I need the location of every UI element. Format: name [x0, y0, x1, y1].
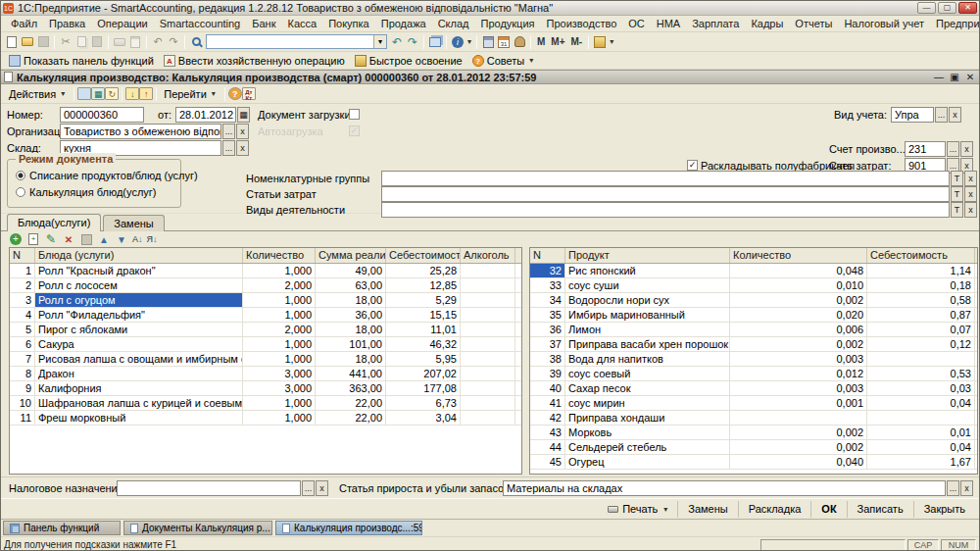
table-cell[interactable]: Ролл с огурцом	[35, 293, 243, 307]
table-cell[interactable]: 35	[530, 308, 565, 322]
table-cell[interactable]: 37	[530, 337, 565, 351]
menu-item[interactable]: Зарплата	[686, 18, 745, 29]
table-row[interactable]: 4Ролл "Филадельфия"1,00036,0015,15	[10, 308, 521, 323]
table-row[interactable]: 6Сакура1,000101,0046,32	[10, 337, 521, 352]
table-cell[interactable]: 0,03	[867, 381, 975, 395]
menu-item[interactable]: Отчеты	[789, 18, 838, 29]
mode-option-calculation[interactable]: Калькуляция блюд(услуг)	[16, 186, 157, 198]
table-row[interactable]: 39соус соевый0,0120,53	[530, 367, 977, 381]
table-cell[interactable]: 33	[530, 278, 565, 292]
unfold-semifinished-checkbox[interactable]	[687, 160, 698, 171]
date-calendar-button[interactable]: ▦	[237, 107, 250, 123]
table-cell[interactable]: 15,15	[386, 308, 461, 322]
table-cell[interactable]: 8	[10, 367, 35, 380]
table-row[interactable]: 40Сахар песок0,0030,03	[530, 381, 977, 396]
table-cell[interactable]: 177,08	[386, 381, 461, 395]
table-row[interactable]: 36Лимон0,0060,07	[530, 323, 977, 337]
table-cell[interactable]: 22,00	[316, 396, 386, 410]
delete-row-button[interactable]: ✕	[62, 233, 75, 246]
table-cell[interactable]: Сельдерей стебель	[565, 440, 730, 454]
add-copy-row-button[interactable]: +	[26, 233, 40, 246]
taskbar-current-document[interactable]: Калькуляция производс...:59	[275, 521, 422, 535]
table-cell[interactable]: 3	[10, 293, 35, 307]
table-row[interactable]: 33соус суши0,0100,18	[530, 278, 977, 293]
table-cell[interactable]	[461, 352, 515, 366]
menu-item[interactable]: Продажа	[375, 18, 432, 29]
table-cell[interactable]: 1,000	[243, 352, 316, 366]
table-cell[interactable]: 0,18	[867, 278, 975, 292]
memory-subtract-button[interactable]: M-	[568, 36, 586, 47]
quick-learning-button[interactable]: Быстрое освоение	[350, 53, 467, 69]
redo-button[interactable]: ↷	[166, 34, 181, 50]
table-cell[interactable]: 7	[10, 352, 35, 366]
menu-item[interactable]: Кадры	[745, 18, 789, 29]
table-row[interactable]: 42Приправа хондаши	[530, 411, 977, 426]
table-row[interactable]: 41соус мирин0,0010,04	[530, 396, 977, 411]
cost-items-type-button[interactable]: Т	[951, 186, 963, 202]
memory-read-button[interactable]: M	[534, 36, 548, 47]
reread-button[interactable]: ↻	[105, 87, 119, 100]
move-row-down-button[interactable]: ▼	[115, 233, 128, 246]
table-row[interactable]: 11Фреш морковный1,00022,003,04	[10, 411, 521, 426]
table-cell[interactable]: 1,000	[243, 411, 316, 425]
table-cell[interactable]: 2,000	[243, 323, 316, 336]
cut-button[interactable]: ✂	[58, 34, 74, 50]
products-table[interactable]: NПродуктКоличествоСебестоимость32Рис япо…	[529, 247, 978, 475]
menu-item[interactable]: Склад	[432, 18, 475, 29]
number-field[interactable]: 000000360	[60, 107, 144, 123]
table-cell[interactable]: 0,12	[867, 337, 975, 351]
table-cell[interactable]: 46,32	[386, 337, 461, 351]
mode-option-writeoff[interactable]: Списание продуктов/блюд (услуг)	[16, 170, 198, 181]
table-cell[interactable]: соус соевый	[565, 367, 730, 380]
table-cell[interactable]: 0,04	[867, 396, 975, 410]
table-row[interactable]: 38Вода для напитков0,003	[530, 352, 977, 367]
table-cell[interactable]: 0,58	[867, 293, 975, 307]
table-cell[interactable]: Пирог с яблоками	[35, 323, 243, 336]
footer-button[interactable]: ОК	[810, 501, 846, 518]
table-cell[interactable]: 18,00	[316, 293, 386, 307]
goto-menu-button[interactable]: Перейти ▾	[160, 88, 221, 100]
table-cell[interactable]: 0,012	[730, 367, 867, 380]
table-cell[interactable]: 39	[530, 367, 565, 380]
move-row-up-button[interactable]: ▲	[97, 233, 111, 246]
menu-item[interactable]: Продукция	[474, 18, 540, 29]
table-cell[interactable]: 38	[530, 352, 565, 366]
menu-item[interactable]: Производство	[541, 18, 623, 29]
table-cell[interactable]: 441,00	[316, 367, 386, 380]
table-cell[interactable]: 101,00	[316, 337, 386, 351]
table-row[interactable]: 45Огурец0,0401,67	[530, 455, 977, 470]
table-cell[interactable]	[461, 323, 515, 336]
table-cell[interactable]: 6,73	[386, 396, 461, 410]
table-cell[interactable]: Вода для напитков	[565, 352, 730, 366]
table-cell[interactable]: 42	[530, 411, 565, 425]
table-row[interactable]: 35Имбирь маринованный0,0200,87	[530, 308, 977, 323]
table-cell[interactable]: Сахар песок	[565, 381, 730, 395]
doc-close-button[interactable]: ✕	[964, 72, 976, 82]
table-cell[interactable]: 2	[10, 278, 35, 292]
table-cell[interactable]: 43	[530, 426, 565, 439]
tab-dishes[interactable]: Блюда(услуги)	[7, 214, 101, 231]
table-row[interactable]: 3Ролл с огурцом1,00018,005,29	[10, 293, 521, 308]
table-cell[interactable]: 0,001	[730, 396, 867, 410]
minimize-button[interactable]: —	[917, 2, 936, 14]
find-previous-button[interactable]: ↷	[405, 34, 420, 50]
info-button[interactable]: i	[450, 34, 466, 50]
table-cell[interactable]: Приправа хондаши	[565, 411, 730, 425]
menu-item[interactable]: Покупка	[322, 18, 375, 29]
calendar-button[interactable]: 31	[496, 34, 512, 50]
service-dropdown-caret[interactable]: ▾	[610, 37, 613, 46]
table-cell[interactable]: 11	[10, 411, 35, 425]
nomenclature-groups-type-button[interactable]: Т	[951, 171, 963, 186]
windows-list-button[interactable]	[427, 34, 443, 50]
manual-operation-button[interactable]: А Ввести хозяйственную операцию	[159, 53, 350, 69]
undo-button[interactable]: ↶	[150, 34, 166, 50]
table-cell[interactable]: 18,00	[316, 323, 386, 336]
cost-items-clear-button[interactable]: х	[964, 186, 977, 202]
load-document-checkbox[interactable]	[349, 109, 360, 120]
table-row[interactable]: 2Ролл с лососем2,00063,0012,85	[10, 278, 521, 293]
table-cell[interactable]: 45	[530, 455, 565, 469]
table-cell[interactable]: Огурец	[565, 455, 730, 469]
dtkt-button[interactable]: Дт Кт	[242, 87, 256, 100]
tax-purpose-select-button[interactable]: ...	[302, 480, 315, 496]
footer-button[interactable]: Замены	[677, 501, 737, 518]
